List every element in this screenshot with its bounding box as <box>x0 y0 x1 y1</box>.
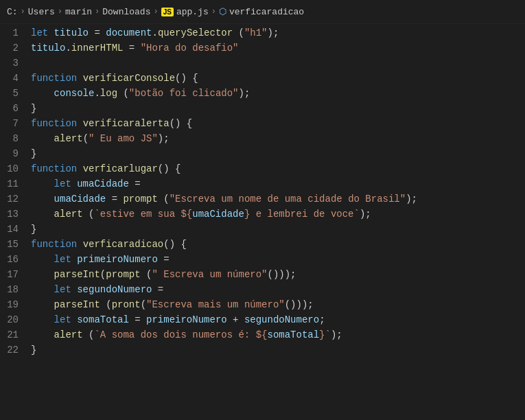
line-number: 14 <box>7 222 24 237</box>
code-line: parseInt(prompt (" Escreva um número"())… <box>31 267 525 282</box>
code-token: function <box>31 161 83 176</box>
code-token: } e lembrei de voce` <box>244 207 360 222</box>
line-number: 16 <box>7 252 24 267</box>
code-token: let <box>54 282 78 297</box>
code-line: let titulo = document.querySelector ("h1… <box>31 25 525 40</box>
code-token: ( <box>100 267 106 282</box>
code-token: " Escreva um número" <box>152 267 267 282</box>
breadcrumb-sep-2: › <box>58 7 62 16</box>
cube-icon: ⬡ <box>219 6 226 17</box>
code-token: . <box>94 86 100 101</box>
code-token <box>31 267 54 282</box>
code-token: ); <box>268 25 279 40</box>
code-token: `estive em sua ${ <box>94 207 192 222</box>
code-token: let <box>54 176 78 191</box>
code-token: = <box>123 40 140 56</box>
line-number: 18 <box>7 282 24 297</box>
code-line: alert (`A soma dos dois numeros é: ${som… <box>31 327 525 342</box>
code-line: } <box>31 146 525 161</box>
code-token: = <box>129 312 146 327</box>
code-token: "Escreva mais um número" <box>146 297 285 312</box>
line-number: 4 <box>7 71 24 86</box>
line-number: 15 <box>7 237 24 252</box>
code-token: verificaralerta <box>83 116 170 131</box>
code-line: function verficaradicao() { <box>31 237 525 252</box>
code-line: function verficarlugar() { <box>31 161 525 176</box>
code-line: umaCidade = prompt ("Escreva um nome de … <box>31 191 525 207</box>
code-token: innerHTML <box>71 40 124 56</box>
code-token: ); <box>239 86 250 101</box>
code-token: console <box>54 86 95 101</box>
code-token: ); <box>331 327 342 342</box>
line-number: 2 <box>7 40 24 56</box>
breadcrumb-marin: marin <box>65 7 92 17</box>
code-token: function <box>31 237 83 252</box>
code-token: ( <box>233 25 244 40</box>
code-token: "h1" <box>244 25 268 40</box>
code-token: } <box>31 222 36 237</box>
breadcrumb-symbol: verficaradicao <box>229 7 304 17</box>
code-token: ); <box>406 191 417 207</box>
code-token: () { <box>163 237 187 252</box>
code-token: } <box>31 101 36 116</box>
code-token: ); <box>360 207 371 222</box>
code-token: umaCidade <box>192 207 244 222</box>
code-token: alert <box>54 327 83 342</box>
code-token: umaCidade <box>54 191 106 207</box>
code-token: ( <box>83 327 95 342</box>
code-token <box>31 131 54 146</box>
code-token: ( <box>117 86 129 101</box>
code-line: titulo.innerHTML = "Hora do desafio" <box>31 40 525 56</box>
code-token <box>31 252 54 267</box>
code-token: }` <box>319 327 331 342</box>
code-line: alert(" Eu amo JS"); <box>31 131 525 146</box>
code-token: () { <box>158 161 181 176</box>
code-token: querySelector <box>158 25 233 40</box>
code-editor: 12345678910111213141516171819202122 let … <box>0 24 525 420</box>
code-token: = <box>152 282 163 297</box>
code-token: } <box>31 342 36 358</box>
breadcrumb-sep-3: › <box>95 7 100 16</box>
line-number: 7 <box>7 116 24 131</box>
code-token <box>31 327 54 342</box>
code-token: ( <box>83 131 89 146</box>
code-token: `A soma dos dois numeros é: ${ <box>94 327 267 342</box>
code-token: ); <box>158 131 170 146</box>
code-token: ( <box>100 297 112 312</box>
line-number: 1 <box>7 25 24 40</box>
code-token <box>31 282 54 297</box>
code-token <box>31 297 54 312</box>
code-token: let <box>54 312 78 327</box>
line-number: 8 <box>7 131 24 146</box>
code-token: verficaradicao <box>83 237 164 252</box>
code-token: let <box>54 252 78 267</box>
line-number: 10 <box>7 161 24 176</box>
code-token: alert <box>54 131 83 146</box>
code-token <box>31 191 54 207</box>
code-line: parseInt (pront("Escreva mais um número"… <box>31 297 525 312</box>
line-number: 12 <box>7 191 24 207</box>
code-line: } <box>31 101 525 116</box>
code-token: ( <box>141 267 152 282</box>
code-token: + <box>227 312 244 327</box>
code-token: () { <box>175 71 198 86</box>
code-token <box>31 207 54 222</box>
code-token: ())); <box>285 297 314 312</box>
code-token: titulo <box>54 25 89 40</box>
breadcrumb-root: C: <box>7 7 18 17</box>
code-token: verficarlugar <box>83 161 158 176</box>
line-number: 21 <box>7 327 24 342</box>
code-token: document <box>106 25 152 40</box>
code-token: " Eu amo JS" <box>89 131 158 146</box>
code-token <box>31 312 54 327</box>
code-line: function verificaralerta() { <box>31 116 525 131</box>
code-token: function <box>31 116 83 131</box>
line-number: 11 <box>7 176 24 191</box>
code-token: "botão foi clicado" <box>129 86 239 101</box>
line-number: 6 <box>7 101 24 116</box>
code-content[interactable]: let titulo = document.querySelector ("h1… <box>31 24 525 420</box>
code-token: ())); <box>268 267 296 282</box>
line-numbers: 12345678910111213141516171819202122 <box>0 24 31 420</box>
code-token: "Hora do desafio" <box>141 40 239 56</box>
code-token: somaTotal <box>267 327 319 342</box>
